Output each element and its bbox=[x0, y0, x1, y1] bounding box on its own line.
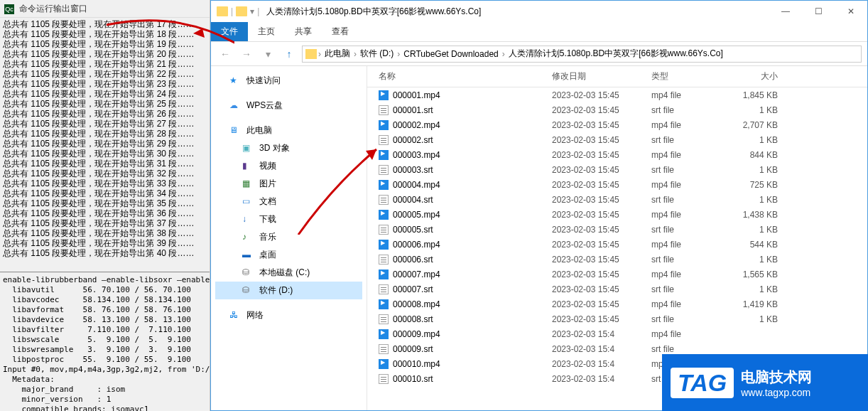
close-button[interactable]: ✕ bbox=[835, 1, 867, 22]
file-name: 000009.mp4 bbox=[393, 329, 440, 339]
header-name[interactable]: 名称 bbox=[367, 70, 552, 82]
console-divider bbox=[0, 272, 210, 272]
nav-recent-button[interactable]: ▾ bbox=[259, 46, 276, 63]
file-date: 2023-02-03 15:45 bbox=[552, 165, 651, 175]
console-window: Qc 命令运行输出窗口 总共有 1105 段要处理，现在开始导出第 17 段……… bbox=[0, 0, 210, 411]
network-icon: 🖧 bbox=[229, 310, 241, 321]
video-file-icon bbox=[379, 359, 389, 369]
file-name: 000003.mp4 bbox=[393, 150, 440, 160]
sidebar-item-network[interactable]: 🖧网络 bbox=[215, 306, 362, 324]
header-date[interactable]: 修改日期 bbox=[552, 70, 651, 82]
file-row[interactable]: 000008.mp42023-02-03 15:45mp4 file1,419 … bbox=[367, 297, 867, 311]
file-row[interactable]: 000003.mp42023-02-03 15:45mp4 file844 KB bbox=[367, 147, 867, 162]
file-name: 000007.srt bbox=[393, 284, 433, 294]
sidebar-item-video[interactable]: ▮视频 bbox=[215, 157, 362, 175]
file-type: srt file bbox=[651, 135, 735, 145]
console-line: 总共有 1105 段要处理，现在开始导出第 23 段…… bbox=[3, 79, 207, 89]
sidebar-item-label: 图片 bbox=[259, 178, 276, 190]
file-size: 1 KB bbox=[735, 284, 792, 294]
console-output[interactable]: 总共有 1105 段要处理，现在开始导出第 17 段……总共有 1105 段要处… bbox=[0, 18, 210, 270]
maximize-button[interactable]: ☐ bbox=[802, 1, 835, 22]
ffmpeg-output[interactable]: enable-librubberband —enable-libsoxr —en… bbox=[0, 274, 210, 411]
folder-icon bbox=[217, 6, 228, 16]
crumb-folder2[interactable]: 人类清除计划5.1080p.BD中英双字[66影视www.66Ys.Co] bbox=[506, 46, 725, 61]
tab-file[interactable]: 文件 bbox=[211, 22, 248, 41]
file-row[interactable]: 000001.srt2023-02-03 15:45srt file1 KB bbox=[367, 102, 867, 117]
file-type: srt file bbox=[651, 344, 735, 354]
file-type: srt file bbox=[651, 284, 735, 294]
file-row[interactable]: 000007.srt2023-02-03 15:45srt file1 KB bbox=[367, 282, 867, 297]
address-bar[interactable]: › 此电脑 › 软件 (D:) › CRTubeGet Downloaded ›… bbox=[302, 46, 862, 63]
console-title-text: 命令运行输出窗口 bbox=[19, 4, 87, 14]
sidebar-item-3d[interactable]: ▣3D 对象 bbox=[215, 139, 362, 157]
video-file-icon bbox=[379, 180, 389, 190]
sidebar-item-label: 3D 对象 bbox=[259, 142, 290, 154]
nav-back-button[interactable]: ← bbox=[217, 46, 234, 63]
file-type: srt file bbox=[651, 195, 735, 205]
subtitle-file-icon bbox=[379, 225, 389, 235]
nav-forward-button[interactable]: → bbox=[238, 46, 255, 63]
sidebar-item-diskc[interactable]: ⛁本地磁盘 (C:) bbox=[215, 264, 362, 282]
file-date: 2023-02-03 15:4 bbox=[552, 374, 651, 384]
file-name: 000001.srt bbox=[393, 105, 433, 115]
nav-up-button[interactable]: ↑ bbox=[281, 46, 298, 63]
file-size: 844 KB bbox=[735, 150, 792, 160]
explorer-titlebar[interactable]: | ▾ | 人类清除计划5.1080p.BD中英双字[66影视www.66Ys.… bbox=[211, 1, 867, 22]
crumb-folder1[interactable]: CRTubeGet Downloaded bbox=[401, 48, 500, 60]
file-date: 2023-02-03 15:45 bbox=[552, 105, 651, 115]
console-line: 总共有 1105 段要处理，现在开始导出第 30 段…… bbox=[3, 149, 207, 159]
sidebar-item-pictures[interactable]: ▦图片 bbox=[215, 175, 362, 193]
file-size: 1 KB bbox=[735, 314, 792, 324]
console-line: 总共有 1105 段要处理，现在开始导出第 35 段…… bbox=[3, 198, 207, 208]
sidebar-item-music[interactable]: ♪音乐 bbox=[215, 228, 362, 246]
video-file-icon bbox=[379, 329, 389, 339]
header-type[interactable]: 类型 bbox=[651, 70, 735, 82]
file-row[interactable]: 000008.srt2023-02-03 15:45srt file1 KB bbox=[367, 311, 867, 326]
file-row[interactable]: 000001.mp42023-02-03 15:45mp4 file1,845 … bbox=[367, 87, 867, 102]
header-size[interactable]: 大小 bbox=[735, 70, 792, 82]
file-row[interactable]: 000006.mp42023-02-03 15:45mp4 file544 KB bbox=[367, 237, 867, 252]
file-date: 2023-02-03 15:45 bbox=[552, 195, 651, 205]
music-icon: ♪ bbox=[242, 232, 254, 243]
file-row[interactable]: 000004.srt2023-02-03 15:45srt file1 KB bbox=[367, 192, 867, 207]
tab-share[interactable]: 共享 bbox=[285, 22, 322, 41]
file-row[interactable]: 000009.mp42023-02-03 15:4mp4 file bbox=[367, 326, 867, 341]
sidebar-item-quick[interactable]: ★快速访问 bbox=[215, 72, 362, 90]
video-file-icon bbox=[379, 150, 389, 160]
console-titlebar[interactable]: Qc 命令运行输出窗口 bbox=[0, 0, 210, 18]
tab-home[interactable]: 主页 bbox=[248, 22, 285, 41]
file-row[interactable]: 000004.mp42023-02-03 15:45mp4 file725 KB bbox=[367, 177, 867, 192]
file-size: 544 KB bbox=[735, 240, 792, 250]
console-line: 总共有 1105 段要处理，现在开始导出第 36 段…… bbox=[3, 208, 207, 218]
file-row[interactable]: 000006.srt2023-02-03 15:45srt file1 KB bbox=[367, 252, 867, 267]
file-row[interactable]: 000002.mp42023-02-03 15:45mp4 file2,707 … bbox=[367, 117, 867, 132]
tab-view[interactable]: 查看 bbox=[322, 22, 359, 41]
crumb-drive[interactable]: 软件 (D:) bbox=[358, 46, 396, 61]
cube-icon: ▣ bbox=[242, 143, 254, 154]
sidebar-item-pc[interactable]: 🖥此电脑 bbox=[215, 122, 362, 139]
video-file-icon bbox=[379, 90, 389, 100]
file-row[interactable]: 000005.srt2023-02-03 15:45srt file1 KB bbox=[367, 222, 867, 237]
sidebar-item-downloads[interactable]: ↓下载 bbox=[215, 210, 362, 228]
sidebar-item-wps[interactable]: ☁WPS云盘 bbox=[215, 97, 362, 114]
file-date: 2023-02-03 15:45 bbox=[552, 299, 651, 309]
minimize-button[interactable]: — bbox=[769, 1, 802, 22]
crumb-pc[interactable]: 此电脑 bbox=[322, 46, 352, 61]
sidebar-item-diskd[interactable]: ⛁软件 (D:) bbox=[215, 282, 362, 299]
video-file-icon bbox=[379, 210, 389, 220]
watermark-url: www.tagxp.com bbox=[741, 387, 812, 398]
file-type: srt file bbox=[651, 255, 735, 265]
console-line: 总共有 1105 段要处理，现在开始导出第 26 段…… bbox=[3, 109, 207, 119]
column-headers: 名称 修改日期 类型 大小 bbox=[367, 66, 867, 87]
file-row[interactable]: 000005.mp42023-02-03 15:45mp4 file1,438 … bbox=[367, 207, 867, 222]
sidebar-item-documents[interactable]: ▭文档 bbox=[215, 193, 362, 210]
file-row[interactable]: 000003.srt2023-02-03 15:45srt file1 KB bbox=[367, 162, 867, 177]
file-row[interactable]: 000002.srt2023-02-03 15:45srt file1 KB bbox=[367, 132, 867, 147]
sidebar-item-desktop[interactable]: ▬桌面 bbox=[215, 246, 362, 264]
qat-dd[interactable]: ▾ bbox=[250, 6, 254, 16]
file-name: 000008.srt bbox=[393, 314, 433, 324]
subtitle-file-icon bbox=[379, 344, 389, 354]
chevron-right-icon: › bbox=[397, 49, 400, 59]
file-row[interactable]: 000007.mp42023-02-03 15:45mp4 file1,565 … bbox=[367, 267, 867, 282]
file-date: 2023-02-03 15:45 bbox=[552, 150, 651, 160]
